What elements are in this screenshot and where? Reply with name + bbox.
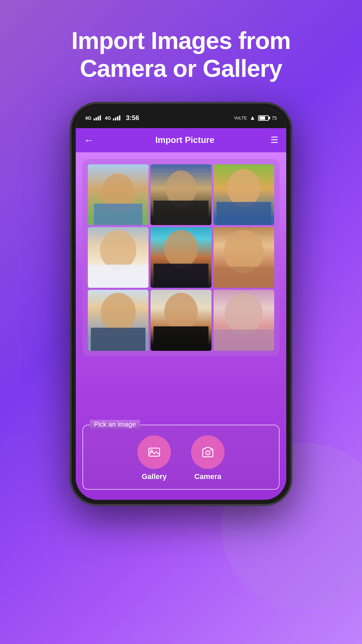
photo-cell-1[interactable] [88, 164, 148, 225]
gallery-label: Gallery [142, 472, 167, 481]
portrait-4 [88, 227, 148, 288]
photo-cell-4[interactable] [88, 227, 148, 288]
photo-cell-3[interactable] [214, 164, 274, 225]
photo-cell-5[interactable] [150, 227, 211, 288]
phone-shell: 4G 4G 3:56 [70, 103, 292, 505]
camera-label: Camera [194, 472, 222, 481]
headline: Import Images from Camera or Gallery [51, 27, 311, 83]
portrait-5 [150, 227, 211, 288]
app-bar-title: Import Picture [99, 135, 270, 145]
time-display: 3:56 [126, 114, 139, 122]
photo-cell-7[interactable] [88, 290, 148, 351]
camera-icon [200, 445, 215, 460]
photo-grid [88, 164, 274, 351]
gallery-section [82, 159, 280, 356]
main-content: Pick an image Gallery [76, 152, 286, 500]
pick-label: Pick an image [90, 420, 140, 429]
portrait-9 [214, 290, 274, 351]
portrait-3 [214, 164, 274, 225]
camera-button-circle [191, 435, 225, 469]
gallery-icon [147, 445, 162, 460]
portrait-7 [88, 290, 148, 351]
pick-buttons: Gallery Camera [90, 435, 272, 481]
photo-cell-8[interactable] [150, 290, 211, 351]
signal-icon-1: 4G [85, 115, 92, 121]
headline-line1: Import Images from [71, 27, 291, 55]
signal-bars-2 [113, 115, 120, 120]
app-bar: ← Import Picture ☰ [76, 128, 286, 152]
battery-icon [258, 115, 269, 121]
portrait-6 [214, 227, 274, 288]
volte-icon: VoLTE [234, 115, 247, 120]
photo-cell-6[interactable] [214, 227, 274, 288]
status-left: 4G 4G 3:56 [85, 114, 139, 122]
menu-button[interactable]: ☰ [270, 135, 278, 145]
portrait-1 [88, 164, 148, 225]
portrait-2 [150, 164, 211, 225]
status-bar: 4G 4G 3:56 [76, 108, 286, 128]
phone-mockup: 4G 4G 3:56 [70, 103, 292, 505]
camera-button[interactable]: Camera [191, 435, 225, 481]
gallery-button[interactable]: Gallery [137, 435, 171, 481]
signal-icon-2: 4G [105, 115, 111, 121]
battery-percent: 75 [272, 115, 277, 121]
svg-rect-0 [149, 448, 160, 456]
portrait-8 [150, 290, 211, 351]
gallery-button-circle [137, 435, 171, 469]
wifi-icon: ▲ [250, 114, 256, 121]
back-button[interactable]: ← [84, 135, 94, 146]
spacer [82, 363, 280, 425]
svg-point-3 [210, 449, 212, 451]
phone-screen: 4G 4G 3:56 [76, 108, 286, 500]
signal-bars-1 [94, 115, 101, 120]
svg-point-2 [206, 451, 210, 455]
headline-line2: Camera or Gallery [71, 55, 291, 83]
photo-cell-9[interactable] [214, 290, 274, 351]
status-right: VoLTE ▲ 75 [234, 114, 277, 121]
photo-cell-2[interactable] [150, 164, 211, 225]
pick-image-section: Pick an image Gallery [82, 425, 280, 490]
